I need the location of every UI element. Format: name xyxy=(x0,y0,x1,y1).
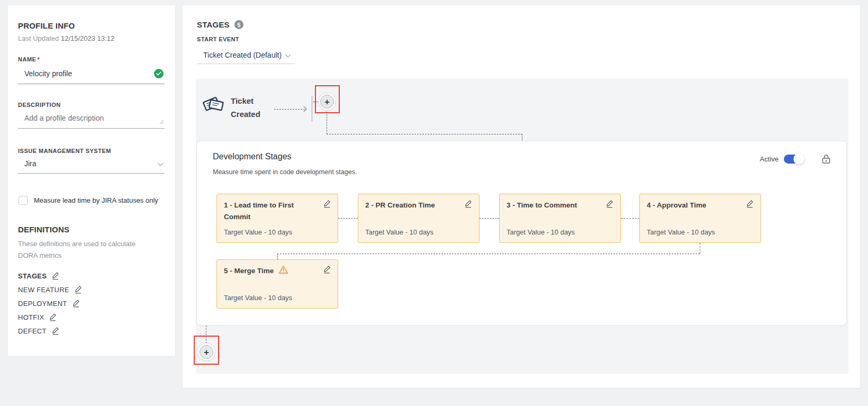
stage-title: 2 - PR Creation Time xyxy=(365,200,435,211)
name-field-row xyxy=(18,66,165,84)
arrow-head-icon xyxy=(301,106,306,112)
description-textarea[interactable] xyxy=(24,113,164,123)
connector-line xyxy=(522,134,522,140)
last-updated-label: Last Updated xyxy=(18,34,59,42)
stage-target-value: Target Value - 10 days xyxy=(507,228,613,236)
connector-line xyxy=(338,218,358,219)
toggle-knob xyxy=(793,154,804,165)
workflow-canvas: Ticket Created + Development Stages Meas… xyxy=(196,78,848,374)
edit-icon[interactable] xyxy=(464,200,472,208)
stages-main-panel: STAGES 5 START EVENT Ticket Created (Def… xyxy=(183,5,860,388)
chevron-down-icon xyxy=(285,51,291,59)
edit-icon[interactable] xyxy=(605,200,613,208)
group-title: Development Stages xyxy=(213,152,292,161)
start-event-select[interactable]: Ticket Created (Default) xyxy=(197,48,294,64)
name-label: NAME* xyxy=(18,56,165,64)
start-event-value: Ticket Created (Default) xyxy=(203,51,282,59)
lead-time-checkbox[interactable] xyxy=(19,196,28,205)
stage-card-3[interactable]: 3 - Time to Comment Target Value - 10 da… xyxy=(499,194,621,243)
edit-icon[interactable] xyxy=(51,272,59,280)
warning-icon xyxy=(278,265,288,276)
lead-time-checkbox-label: Measure lead time by JIRA statuses only xyxy=(34,196,158,204)
connector-line xyxy=(327,112,327,134)
last-updated: Last Updated 12/15/2023 13:12 xyxy=(18,34,165,42)
last-updated-value: 12/15/2023 13:12 xyxy=(61,34,114,42)
active-toggle[interactable] xyxy=(784,155,803,164)
edit-icon[interactable] xyxy=(323,200,331,208)
active-label: Active xyxy=(760,155,779,163)
definitions-title: DEFINITIONS xyxy=(18,225,165,234)
start-event-label: START EVENT xyxy=(197,36,294,42)
edit-icon[interactable] xyxy=(49,313,57,321)
edit-icon[interactable] xyxy=(323,265,331,274)
connector-line xyxy=(700,243,700,254)
issue-management-select[interactable]: Jira xyxy=(18,157,165,174)
highlight-box-top xyxy=(315,85,340,113)
definition-item-stages: STAGES xyxy=(18,269,165,283)
stages-header: STAGES 5 START EVENT Ticket Created (Def… xyxy=(197,20,294,64)
lock-icon[interactable] xyxy=(821,154,831,167)
stage-target-value: Target Value - 10 days xyxy=(365,228,472,236)
chevron-down-icon xyxy=(157,159,164,168)
connector-line xyxy=(621,218,639,219)
stage-title: 1 - Lead time to First Commit xyxy=(224,200,313,222)
development-stages-panel: Development Stages Measure time spent in… xyxy=(196,141,847,326)
profile-editor-page: PROFILE INFO Last Updated 12/15/2023 13:… xyxy=(0,0,868,406)
connector-line xyxy=(277,254,278,259)
definition-item-deployment: DEPLOYMENT xyxy=(18,296,165,310)
edit-icon[interactable] xyxy=(746,200,754,208)
connector-line xyxy=(480,218,499,219)
connector-line xyxy=(327,134,522,134)
stage-target-value: Target Value - 10 days xyxy=(224,228,331,236)
stage-card-2[interactable]: 2 - PR Creation Time Target Value - 10 d… xyxy=(358,194,480,243)
connector-arrow-line xyxy=(274,109,305,110)
definition-item-defect: DEFECT xyxy=(18,324,165,338)
stage-target-value: Target Value - 10 days xyxy=(224,294,331,302)
definition-item-hotfix: HOTFIX xyxy=(18,310,165,324)
stage-title: 5 - Merge Time xyxy=(224,265,274,277)
definitions-description: These definitions are used to calculate … xyxy=(18,238,151,261)
stages-title: STAGES xyxy=(197,20,230,29)
issue-management-value: Jira xyxy=(24,159,37,168)
profile-info-title: PROFILE INFO xyxy=(18,21,165,30)
stage-card-5[interactable]: 5 - Merge Time Target Value - 10 xyxy=(216,259,338,309)
stage-title: 4 - Approval Time xyxy=(647,200,707,211)
group-description: Measure time spent in code development s… xyxy=(213,168,357,176)
valid-check-icon xyxy=(154,69,164,78)
highlight-box-bottom xyxy=(194,336,219,365)
active-toggle-row: Active xyxy=(760,155,803,164)
edit-icon[interactable] xyxy=(74,285,82,294)
stages-count-badge: 5 xyxy=(234,20,243,29)
description-label: DESCRIPTION xyxy=(18,102,165,108)
stage-title: 3 - Time to Comment xyxy=(507,200,577,211)
connector-bar xyxy=(312,96,312,122)
start-node-label: Ticket Created xyxy=(231,94,275,121)
stage-target-value: Target Value - 10 days xyxy=(647,228,754,236)
edit-icon[interactable] xyxy=(72,299,80,308)
resize-handle-icon[interactable] xyxy=(159,117,164,127)
description-field-row xyxy=(18,111,165,129)
required-asterisk: * xyxy=(37,56,40,64)
profile-info-sidebar: PROFILE INFO Last Updated 12/15/2023 13:… xyxy=(8,5,175,356)
stage-card-4[interactable]: 4 - Approval Time Target Value - 10 days xyxy=(639,194,761,243)
ticket-icon xyxy=(202,92,227,118)
name-input[interactable] xyxy=(24,68,154,79)
issue-management-label: ISSUE MANAGEMENT SYSTEM xyxy=(18,148,165,154)
stage-card-1[interactable]: 1 - Lead time to First Commit Target Val… xyxy=(216,194,338,243)
connector-line xyxy=(277,254,700,254)
lead-time-checkbox-row: Measure lead time by JIRA statuses only xyxy=(18,196,165,205)
edit-icon[interactable] xyxy=(51,327,59,335)
definition-item-new-feature: NEW FEATURE xyxy=(18,283,165,296)
